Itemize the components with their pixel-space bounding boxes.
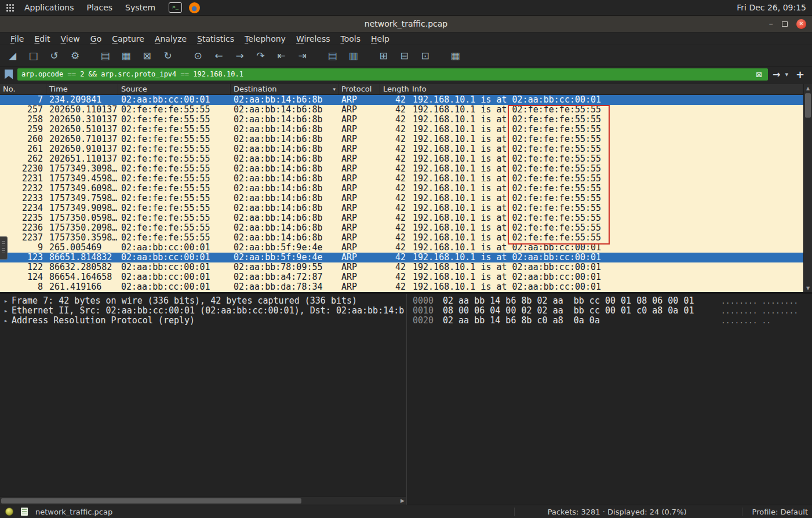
scroll-down-icon[interactable]: ▼ (804, 286, 812, 291)
system-menu-applications[interactable]: Applications (18, 3, 81, 12)
column-header-protocol[interactable]: Protocol (338, 84, 380, 94)
menu-wireless[interactable]: Wireless (291, 34, 336, 43)
menu-telephony[interactable]: Telephony (239, 34, 291, 43)
resize-columns-icon[interactable]: ▦ (449, 49, 462, 63)
packet-row[interactable]: 22351757350.0598…02:fe:fe:fe:55:5502:aa:… (0, 213, 803, 223)
hex-row[interactable]: 000002 aa bb 14 b6 8b 02 aa bb cc 00 01 … (407, 296, 812, 306)
zoom-in-icon[interactable]: ⊞ (377, 49, 390, 63)
expander-icon[interactable]: ▸ (0, 316, 12, 326)
packet-row[interactable]: 12486654.16465802:aa:bb:cc:00:0102:aa:bb… (0, 272, 803, 282)
packet-list-scrollbar[interactable]: ▲ ▼ (803, 84, 812, 293)
filter-input[interactable] (21, 70, 754, 78)
packet-row[interactable]: 12386651.81483202:aa:bb:cc:00:0102:aa:bb… (0, 253, 803, 262)
go-to-packet-icon[interactable]: ↷ (254, 49, 267, 63)
capture-file-icon[interactable] (21, 508, 28, 516)
column-header-time[interactable]: Time (46, 84, 118, 94)
system-menu-system[interactable]: System (119, 3, 162, 12)
close-button[interactable]: ✕ (796, 19, 806, 29)
menu-help[interactable]: Help (366, 34, 395, 43)
packet-row[interactable]: 22311757349.4598…02:fe:fe:fe:55:5502:aa:… (0, 174, 803, 184)
applications-grid-icon[interactable] (6, 3, 14, 12)
expander-icon[interactable]: ▸ (0, 296, 12, 306)
find-packet-icon[interactable]: ⊙ (191, 49, 205, 63)
go-forward-icon[interactable]: → (233, 49, 246, 63)
menu-statistics[interactable]: Statistics (192, 34, 239, 43)
packet-row[interactable]: 22301757349.3098…02:fe:fe:fe:55:5502:aa:… (0, 164, 803, 174)
system-menu-places[interactable]: Places (81, 3, 119, 12)
close-file-icon[interactable]: ⊠ (140, 49, 154, 63)
filter-bookmark-icon[interactable] (5, 70, 13, 79)
clear-filter-icon[interactable]: ⊠ (754, 70, 764, 79)
expert-info-icon[interactable] (5, 508, 13, 516)
menu-view[interactable]: View (56, 34, 85, 43)
first-packet-icon[interactable]: ⇤ (275, 49, 288, 63)
apply-filter-icon[interactable]: → (773, 69, 780, 80)
packet-row[interactable]: 22371757350.3598…02:fe:fe:fe:55:5502:aa:… (0, 233, 803, 243)
packet-row[interactable]: 22341757349.9098…02:fe:fe:fe:55:5502:aa:… (0, 203, 803, 213)
menu-analyze[interactable]: Analyze (150, 34, 192, 43)
packet-list-header: No. Time Source Destination▾ Protocol Le… (0, 84, 803, 95)
scroll-right-icon[interactable]: ▶ (400, 497, 405, 505)
packet-row[interactable]: 260202650.71013702:fe:fe:fe:55:5502:aa:b… (0, 134, 803, 144)
go-back-icon[interactable]: ← (212, 49, 225, 63)
column-header-length[interactable]: Length (380, 84, 409, 94)
packet-row[interactable]: 257202650.11013702:fe:fe:fe:55:5502:aa:b… (0, 105, 803, 115)
last-packet-icon[interactable]: ⇥ (296, 49, 309, 63)
stop-capture-icon[interactable]: □ (27, 49, 40, 63)
packet-row[interactable]: 8261.41916602:aa:bb:cc:00:0102:aa:bb:da:… (0, 282, 803, 292)
terminal-icon[interactable]: >_ (169, 2, 182, 13)
menu-file[interactable]: File (5, 34, 29, 43)
packet-row[interactable]: 258202650.31013702:fe:fe:fe:55:5502:aa:b… (0, 115, 803, 125)
normal-size-icon[interactable]: ⊡ (418, 49, 432, 63)
details-horizontal-scrollbar[interactable]: ▶ (0, 497, 406, 505)
minimize-button[interactable]: – (769, 20, 774, 28)
firefox-icon[interactable] (189, 2, 200, 13)
auto-scroll-icon[interactable]: ▥ (347, 49, 360, 63)
restore-button[interactable] (782, 21, 788, 27)
detail-line[interactable]: ▸Address Resolution Protocol (reply) (0, 316, 406, 326)
scroll-up-icon[interactable]: ▲ (804, 86, 812, 91)
column-header-destination[interactable]: Destination▾ (231, 84, 338, 94)
hex-row[interactable]: 002002 aa bb 14 b6 8b c0 a8 0a 0a.......… (407, 316, 812, 326)
filter-add-button[interactable]: + (793, 68, 807, 81)
reload-icon[interactable]: ↻ (161, 49, 174, 63)
window-title: network_traffic.pcap (0, 19, 812, 28)
detail-line[interactable]: ▸Ethernet II, Src: 02:aa:bb:cc:00:01 (02… (0, 306, 406, 316)
packet-row[interactable]: 259202650.51013702:fe:fe:fe:55:5502:aa:b… (0, 125, 803, 134)
packet-cell-time: 261.419166 (46, 282, 118, 292)
packet-row[interactable]: 9265.00546902:aa:bb:cc:00:0102:aa:bb:5f:… (0, 243, 803, 253)
colorize-icon[interactable]: ▤ (326, 49, 339, 63)
packet-row[interactable]: 22321757349.6098…02:fe:fe:fe:55:5502:aa:… (0, 184, 803, 194)
packet-cell-src: 02:aa:bb:cc:00:01 (118, 243, 231, 253)
packet-row[interactable]: 22331757349.7598…02:fe:fe:fe:55:5502:aa:… (0, 194, 803, 203)
column-header-no[interactable]: No. (0, 84, 46, 94)
scrollbar-thumb[interactable] (805, 93, 811, 118)
screen-edge-handle[interactable] (0, 236, 8, 260)
hex-row[interactable]: 001008 00 06 04 00 02 02 aa bb cc 00 01 … (407, 306, 812, 316)
packet-row[interactable]: 22361757350.2098…02:fe:fe:fe:55:5502:aa:… (0, 223, 803, 233)
start-capture-icon[interactable]: ◢ (6, 49, 19, 63)
packet-cell-info: 192.168.10.1 is at 02:fe:fe:fe:55:55 (409, 174, 803, 184)
open-file-icon[interactable]: ▤ (99, 49, 112, 63)
system-clock[interactable]: Fri Dec 26, 09:15 (737, 3, 806, 12)
detail-line[interactable]: ▸Frame 7: 42 bytes on wire (336 bits), 4… (0, 296, 406, 306)
expander-icon[interactable]: ▸ (0, 306, 12, 316)
packet-row[interactable]: 12286632.28058202:aa:bb:cc:00:0102:aa:bb… (0, 262, 803, 272)
horizontal-scrollbar-thumb[interactable] (1, 498, 301, 504)
column-header-source[interactable]: Source (118, 84, 231, 94)
packet-row[interactable]: 262202651.11013702:fe:fe:fe:55:5502:aa:b… (0, 154, 803, 164)
save-file-icon[interactable]: ▦ (119, 49, 133, 63)
packet-row[interactable]: 7234.20984102:aa:bb:cc:00:0102:aa:bb:14:… (0, 95, 803, 105)
packet-row[interactable]: 261202650.91013702:fe:fe:fe:55:5502:aa:b… (0, 144, 803, 154)
capture-options-icon[interactable]: ⚙ (68, 49, 82, 63)
menu-capture[interactable]: Capture (107, 34, 150, 43)
menu-edit[interactable]: Edit (29, 34, 55, 43)
zoom-out-icon[interactable]: ⊟ (398, 49, 411, 63)
column-header-info[interactable]: Info (409, 84, 803, 94)
menu-tools[interactable]: Tools (336, 34, 366, 43)
packet-cell-info: 192.168.10.1 is at 02:aa:bb:cc:00:01 (409, 262, 803, 272)
restart-capture-icon[interactable]: ↺ (48, 49, 61, 63)
menu-go[interactable]: Go (85, 34, 107, 43)
status-profile[interactable]: Profile: Default (742, 508, 808, 516)
filter-dropdown-icon[interactable]: ▾ (785, 71, 788, 78)
